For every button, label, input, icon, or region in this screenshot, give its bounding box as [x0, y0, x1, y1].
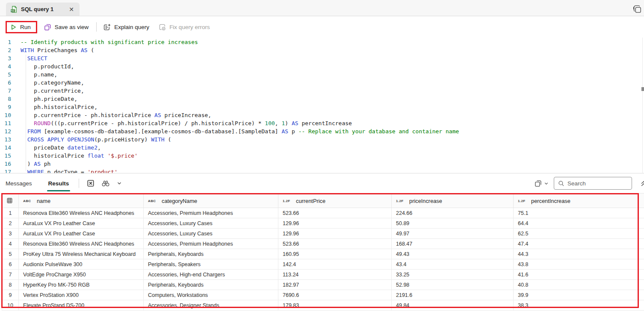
table-cell[interactable]: 182.97 [278, 280, 392, 290]
table-cell[interactable]: HyperKey Pro MK-750 RGB [19, 280, 144, 290]
code-line[interactable]: 14 priceDate datetime2, [0, 144, 644, 152]
run-button[interactable]: Run [10, 24, 31, 30]
table-cell[interactable]: Computers, Workstations [144, 290, 278, 300]
code-line[interactable]: 4 p.productId, [0, 62, 644, 70]
table-cell[interactable]: 129.96 [278, 229, 392, 239]
table-cell[interactable]: Peripherals, Keyboards [144, 280, 278, 290]
table-cell[interactable]: 49.97 [392, 229, 514, 239]
column-header-percentIncrease[interactable]: 1.2F percentIncrease [514, 194, 644, 208]
table-cell[interactable]: 523.66 [278, 208, 392, 218]
code-line[interactable]: 16 ) AS ph [0, 160, 644, 168]
table-cell[interactable]: Peripherals, Keyboards [144, 249, 278, 259]
save-as-view-button[interactable]: Save as view [44, 23, 89, 31]
table-cell[interactable]: 49.43 [392, 249, 514, 259]
code-line[interactable]: 13 CROSS APPLY OPENJSON(p.priceHistory) … [0, 135, 644, 144]
table-cell[interactable]: 142.4 [278, 259, 392, 270]
column-header-currentPrice[interactable]: 1.2F currentPrice [278, 194, 392, 208]
table-cell[interactable]: ProKey Ultra 75 Wireless Mechanical Keyb… [19, 249, 144, 259]
table-row[interactable]: 9Vertex ProStation X900Computers, Workst… [2, 290, 644, 300]
table-row[interactable]: 2AuraLux VX Pro Leather CaseAccessories,… [2, 218, 644, 229]
table-row[interactable]: 6Audionix PulseWave 300Peripherals, Spea… [2, 259, 644, 270]
tab-messages[interactable]: Messages [4, 173, 33, 193]
code-line[interactable]: 9 ph.historicalPrice, [0, 103, 644, 111]
copy-results-button[interactable] [535, 180, 549, 187]
explain-query-button[interactable]: Explain query [103, 23, 149, 31]
column-header-name[interactable]: ABC name [19, 194, 144, 208]
code-line[interactable]: 11 ROUND(((p.currentPrice - ph.historica… [0, 119, 644, 127]
table-cell[interactable]: 75.1 [514, 208, 644, 218]
column-header-categoryName[interactable]: ABC categoryName [144, 194, 278, 208]
row-number-cell[interactable]: 7 [2, 270, 19, 280]
row-number-cell[interactable]: 6 [2, 259, 19, 270]
code-line[interactable]: 3 SELECT [0, 54, 644, 62]
table-cell[interactable]: 40.8 [514, 280, 644, 290]
export-to-excel-icon[interactable] [87, 179, 95, 187]
table-cell[interactable]: AuraLux VX Pro Leather Case [19, 218, 144, 229]
table-cell[interactable]: 129.96 [278, 218, 392, 229]
table-cell[interactable]: VoltEdge ProCharge X950 [19, 270, 144, 280]
table-cell[interactable]: 39.9 [514, 290, 644, 300]
table-cell[interactable]: 38.3 [514, 300, 644, 311]
table-cell[interactable]: 43.4 [392, 259, 514, 270]
table-cell[interactable]: Vertex ProStation X900 [19, 290, 144, 300]
select-all-header[interactable] [2, 194, 19, 208]
row-number-cell[interactable]: 8 [2, 280, 19, 290]
table-cell[interactable]: Accessories, High-end Chargers [144, 270, 278, 280]
editor-scrollbar-thumb[interactable] [641, 87, 644, 91]
table-cell[interactable]: 523.66 [278, 239, 392, 249]
table-cell[interactable]: 47.4 [514, 239, 644, 249]
stacked-windows-icon[interactable] [633, 5, 641, 13]
row-number-cell[interactable]: 10 [2, 300, 19, 311]
row-number-cell[interactable]: 1 [2, 208, 19, 218]
table-cell[interactable]: Accessories, Luxury Cases [144, 229, 278, 239]
table-cell[interactable]: Accessories, Designer Stands [144, 300, 278, 311]
table-cell[interactable]: 44.3 [514, 249, 644, 259]
code-line[interactable]: 10 p.currentPrice - ph.historicalPrice A… [0, 111, 644, 119]
table-cell[interactable]: 50.89 [392, 218, 514, 229]
table-cell[interactable]: 7690.6 [278, 290, 392, 300]
table-row[interactable]: 8HyperKey Pro MK-750 RGBPeripherals, Key… [2, 280, 644, 290]
code-line[interactable]: 7 p.currentPrice, [0, 87, 644, 95]
table-cell[interactable]: Accessories, Premium Headphones [144, 208, 278, 218]
tab-results[interactable]: Results [47, 173, 71, 193]
table-cell[interactable]: Elevate ProStand DS-700 [19, 300, 144, 311]
row-number-cell[interactable]: 9 [2, 290, 19, 300]
table-cell[interactable]: Accessories, Luxury Cases [144, 218, 278, 229]
sql-code-editor[interactable]: 1-- Identify products with significant p… [0, 38, 644, 173]
row-number-cell[interactable]: 2 [2, 218, 19, 229]
table-cell[interactable]: Audionix PulseWave 300 [19, 259, 144, 270]
table-row[interactable]: 10Elevate ProStand DS-700Accessories, De… [2, 300, 644, 311]
table-row[interactable]: 3AuraLux VX Pro Leather CaseAccessories,… [2, 229, 644, 239]
table-cell[interactable]: 33.25 [392, 270, 514, 280]
code-line[interactable]: 15 historicalPrice float '$.price' [0, 152, 644, 160]
search-input[interactable] [567, 180, 628, 187]
table-cell[interactable]: AuraLux VX Pro Leather Case [19, 229, 144, 239]
code-line[interactable]: 5 p.name, [0, 70, 644, 79]
table-cell[interactable]: 49.84 [392, 300, 514, 311]
row-number-cell[interactable]: 4 [2, 239, 19, 249]
chevron-down-icon[interactable] [117, 181, 122, 186]
collapse-panel-icon[interactable] [641, 180, 644, 187]
code-line[interactable]: 1-- Identify products with significant p… [0, 38, 644, 46]
code-line[interactable]: 17 WHERE p.docType = 'product' [0, 168, 644, 173]
row-number-cell[interactable]: 3 [2, 229, 19, 239]
binoculars-icon[interactable] [101, 180, 110, 187]
table-cell[interactable]: Resonova Elite360 Wireless ANC Headphone… [19, 239, 144, 249]
close-icon[interactable]: ✕ [68, 6, 75, 13]
editor-scrollbar[interactable] [642, 38, 643, 173]
table-cell[interactable]: 224.66 [392, 208, 514, 218]
code-line[interactable]: 8 ph.priceDate, [0, 95, 644, 103]
code-line[interactable]: 2WITH PriceChanges AS ( [0, 46, 644, 54]
column-header-priceIncrease[interactable]: 1.2F priceIncrease [392, 194, 514, 208]
table-cell[interactable]: 43.8 [514, 259, 644, 270]
table-cell[interactable]: 62.5 [514, 229, 644, 239]
table-cell[interactable]: Peripherals, Speakers [144, 259, 278, 270]
table-row[interactable]: 7VoltEdge ProCharge X950Accessories, Hig… [2, 270, 644, 280]
table-cell[interactable]: 113.24 [278, 270, 392, 280]
table-cell[interactable]: Accessories, Premium Headphones [144, 239, 278, 249]
table-cell[interactable]: 41.6 [514, 270, 644, 280]
table-row[interactable]: 1Resonova Elite360 Wireless ANC Headphon… [2, 208, 644, 218]
table-cell[interactable]: 52.98 [392, 280, 514, 290]
chevron-down-icon[interactable] [544, 181, 549, 186]
tab-sql-query-1[interactable]: SQL SQL query 1 ✕ [6, 3, 80, 16]
